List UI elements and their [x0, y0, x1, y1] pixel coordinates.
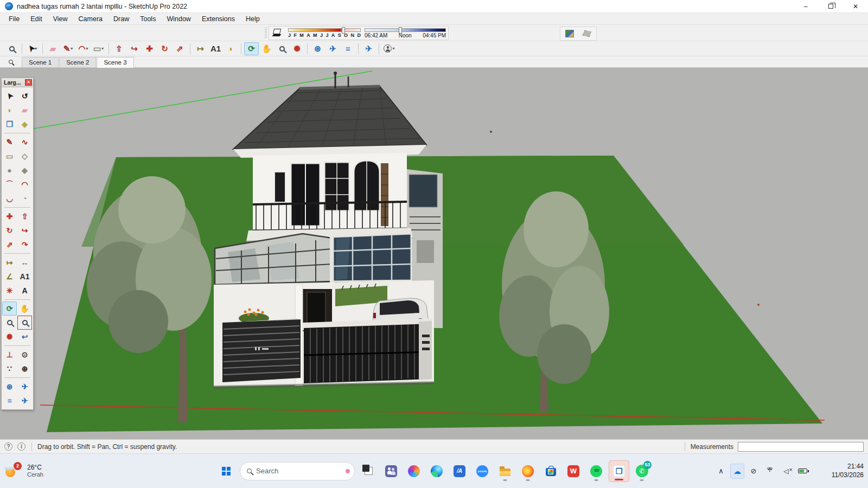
eraser-tool[interactable]: ▰ [17, 103, 32, 117]
onedrive[interactable]: ☁ [730, 464, 744, 479]
position-camera-tool[interactable]: ⊥ [2, 348, 17, 362]
lasso-select-tool[interactable]: ↺ [17, 89, 32, 103]
paint-bucket-tool[interactable]: ◗ [2, 103, 17, 117]
menu-item[interactable]: Camera [73, 14, 108, 24]
time-slider-track[interactable] [365, 28, 446, 32]
rotated-rectangle-tool[interactable]: ◇ [17, 149, 32, 163]
date-slider-thumb[interactable] [342, 27, 345, 34]
whatsapp[interactable]: ✆ 53 [631, 460, 652, 482]
zoom-camera-tool[interactable] [275, 42, 289, 55]
text-tool[interactable]: A1 [17, 269, 32, 284]
tag-tool[interactable]: ◈ [17, 117, 32, 131]
two-point-arc-tool[interactable]: ◠ [17, 177, 32, 191]
sketchup[interactable]: ❒ [609, 460, 629, 482]
line-tool[interactable]: ✎ [2, 135, 17, 149]
close-button[interactable]: ✕ [843, 0, 868, 12]
tab-scene-1[interactable]: Scene 1 [22, 57, 59, 67]
palette-close-button[interactable]: ✕ [25, 79, 32, 86]
dimension-tool[interactable]: ↔ [17, 255, 32, 269]
wifi[interactable] [763, 464, 777, 479]
send-to-layout[interactable]: ✈ [361, 42, 376, 55]
move-tool[interactable]: ✚ [142, 42, 157, 55]
zoom-window-tool[interactable] [17, 316, 32, 330]
eye-off[interactable]: ⊘ [746, 464, 761, 479]
axes-tool[interactable]: ✳ [2, 284, 17, 298]
taskbar-search[interactable]: Search [240, 462, 355, 480]
orbit-tool[interactable]: ⟳ [2, 301, 17, 316]
microsoft-store[interactable] [540, 460, 561, 482]
menu-item[interactable]: View [48, 14, 73, 24]
rectangle-tool[interactable]: ▭ [2, 149, 17, 163]
measurements-input[interactable] [738, 442, 864, 452]
push-pull-tool[interactable]: ⇧ [17, 209, 32, 223]
menu-item[interactable]: File [3, 14, 25, 24]
scale-tool[interactable]: ⇗ [2, 237, 17, 252]
restore-button[interactable] [818, 0, 843, 12]
help-icon[interactable]: ? [4, 442, 12, 451]
task-view[interactable] [358, 460, 379, 482]
file-explorer[interactable] [495, 460, 515, 482]
menu-item[interactable]: Window [161, 14, 196, 24]
sign-in-button[interactable] [382, 42, 397, 55]
weather-widget[interactable]: 2 26°C Cerah [4, 463, 43, 479]
protractor-tool[interactable]: ∠ [2, 269, 17, 284]
copilot[interactable] [404, 460, 424, 482]
select-tool[interactable]: ➤ [25, 42, 40, 55]
push-pull-tool[interactable]: ⇧ [112, 42, 126, 55]
trimble-connect-sync[interactable]: ✈ [326, 42, 340, 55]
arc-tool[interactable]: ◠ [76, 42, 91, 55]
taskbar-clock[interactable]: 21:44 11/03/2026 [832, 463, 864, 479]
compass-tool[interactable]: ⊕ [17, 362, 32, 376]
search-button[interactable] [0, 57, 22, 67]
rectangle-tool[interactable]: ▭ [91, 42, 106, 55]
follow-me-tool[interactable]: ↪ [17, 223, 32, 237]
title-bar[interactable]: nadhea tugas rumah 2 lantai mplllu - Ske… [0, 0, 868, 13]
pan-tool[interactable]: ✋ [259, 42, 274, 55]
model-viewport[interactable]: Larg... ✕ ➤↺◗▰❒◈✎∿▭◇●◆⌒◠◡◔✚⇧↻↪⇗↷↦↔∠A1✳A⟳… [0, 68, 868, 439]
minimize-button[interactable]: – [793, 0, 818, 12]
menu-item[interactable]: Help [240, 14, 265, 24]
zoom-app[interactable]: zoom [472, 460, 493, 482]
tab-scene-3[interactable]: Scene 3 [97, 57, 133, 68]
zoom-tool[interactable] [4, 42, 19, 55]
spotify[interactable] [586, 460, 607, 482]
trimble-connect-open[interactable]: ⊛ [2, 380, 17, 394]
pie-tool[interactable]: ◔ [17, 191, 32, 206]
ground-plane-button[interactable] [580, 28, 594, 39]
arc-tool[interactable]: ⌒ [2, 177, 17, 191]
freehand-tool[interactable]: ∿ [17, 135, 32, 149]
rotate-tool[interactable]: ↻ [2, 223, 17, 237]
text-tool[interactable]: A1 [208, 42, 223, 55]
firefox[interactable] [518, 460, 538, 482]
date-slider-track[interactable] [288, 28, 361, 32]
palette-header[interactable]: Larg... ✕ [2, 78, 33, 87]
tape-measure-tool[interactable]: ↦ [193, 42, 208, 55]
time-slider-thumb[interactable] [399, 27, 402, 34]
zoom-extents-tool[interactable]: ✺ [290, 42, 304, 55]
tab-scene-2[interactable]: Scene 2 [59, 57, 96, 67]
scale-tool[interactable]: ⇗ [173, 42, 187, 55]
edge[interactable] [426, 460, 447, 482]
three-point-arc-tool[interactable]: ◡ [2, 191, 17, 206]
texture-image-button[interactable] [563, 28, 577, 39]
rotate-tool[interactable]: ↻ [157, 42, 172, 55]
make-component-tool[interactable]: ❒ [2, 117, 17, 131]
move-tool[interactable]: ✚ [2, 209, 17, 223]
pan-tool[interactable]: ✋ [17, 301, 32, 316]
follow-me-tool[interactable]: ↪ [127, 42, 142, 55]
menu-item[interactable]: Draw [108, 14, 135, 24]
circle-tool[interactable]: ● [2, 163, 17, 177]
zoom-tool[interactable] [2, 316, 17, 330]
wps-office[interactable]: W [563, 460, 584, 482]
trimble-connect-sync[interactable]: ✈ [17, 380, 32, 394]
zoom-extents-tool[interactable]: ✺ [2, 330, 17, 344]
walk-tool[interactable]: ∵ [2, 362, 17, 376]
paint-bucket-tool[interactable]: ◗ [224, 42, 238, 55]
trimble-connect-publish[interactable]: ≡ [341, 42, 355, 55]
design-app[interactable]: /A [449, 460, 470, 482]
line-tool[interactable]: ✎ [61, 42, 75, 55]
zoom-previous-tool[interactable]: ↩ [17, 330, 32, 344]
info-icon[interactable]: i [17, 442, 25, 451]
shadow-toggle-button[interactable] [271, 27, 284, 39]
look-around-tool[interactable]: ⊙ [17, 348, 32, 362]
